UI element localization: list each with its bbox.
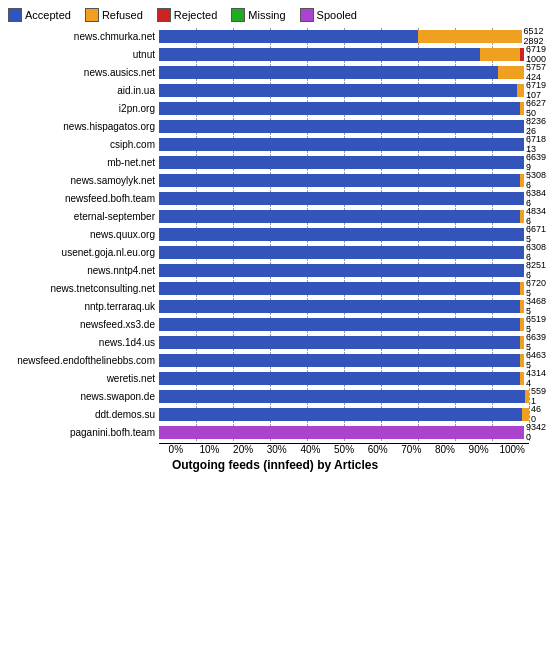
bar-area: 65195	[159, 316, 546, 333]
rejected-color-box	[157, 8, 171, 22]
bar-segment	[159, 66, 498, 79]
bar-segment	[159, 30, 418, 43]
x-axis-tick: 50%	[327, 444, 361, 455]
bar-track: 67205	[159, 282, 546, 295]
bar-track: 34685	[159, 300, 546, 313]
row-label: ddt.demos.su	[4, 409, 159, 420]
bar-segment	[159, 102, 520, 115]
bar-area: 67191000	[159, 46, 546, 63]
table-row: newsfeed.xs3.de65195	[4, 316, 546, 333]
missing-color-box	[231, 8, 245, 22]
bar-area: 48346	[159, 208, 546, 225]
bar-track: 82516	[159, 264, 546, 277]
bar-track: 63846	[159, 192, 546, 205]
bar-segment	[159, 336, 520, 349]
bar-segment	[159, 210, 520, 223]
bar-area: 662750	[159, 100, 546, 117]
bar-segment	[159, 282, 520, 295]
legend-refused-label: Refused	[102, 9, 143, 21]
row-label: news.ausics.net	[4, 67, 159, 78]
bar-track: 5591	[159, 390, 546, 403]
row-label: usenet.goja.nl.eu.org	[4, 247, 159, 258]
legend-missing: Missing	[231, 8, 285, 22]
bar-area: 66715	[159, 226, 546, 243]
legend: Accepted Refused Rejected Missing Spoole…	[4, 8, 546, 22]
x-axis-tick: 100%	[495, 444, 529, 455]
bar-area: 64635	[159, 352, 546, 369]
table-row: newsfeed.bofh.team63846	[4, 190, 546, 207]
row-label: news.hispagatos.org	[4, 121, 159, 132]
table-row: news.hispagatos.org823626	[4, 118, 546, 135]
bar-segment	[159, 408, 522, 421]
bar-segment	[159, 390, 525, 403]
x-axis-tick: 30%	[260, 444, 294, 455]
bar-track: 67191000	[159, 48, 546, 61]
bar-segment	[159, 318, 520, 331]
bar-segment	[418, 30, 522, 43]
row-label: aid.in.ua	[4, 85, 159, 96]
bar-track: 460	[159, 408, 546, 421]
row-label: nntp.terraraq.uk	[4, 301, 159, 312]
bar-track: 6719107	[159, 84, 546, 97]
bar-area: 43144	[159, 370, 546, 387]
table-row: ddt.demos.su460	[4, 406, 546, 423]
bar-track: 93420	[159, 426, 546, 439]
legend-missing-label: Missing	[248, 9, 285, 21]
bar-area: 66399	[159, 154, 546, 171]
row-label: paganini.bofh.team	[4, 427, 159, 438]
bar-area: 460	[159, 406, 546, 423]
bar-track: 64635	[159, 354, 546, 367]
bar-area: 67205	[159, 280, 546, 297]
table-row: utnut67191000	[4, 46, 546, 63]
row-label: news.quux.org	[4, 229, 159, 240]
legend-rejected: Rejected	[157, 8, 217, 22]
accepted-color-box	[8, 8, 22, 22]
bar-segment	[159, 228, 524, 241]
bar-segment	[159, 372, 520, 385]
bar-area: 66395	[159, 334, 546, 351]
row-label: newsfeed.xs3.de	[4, 319, 159, 330]
x-axis-tick: 90%	[462, 444, 496, 455]
table-row: aid.in.ua6719107	[4, 82, 546, 99]
bar-segment	[520, 282, 524, 295]
table-row: news.swapon.de5591	[4, 388, 546, 405]
bar-segment	[520, 354, 524, 367]
x-axis-tick: 60%	[361, 444, 395, 455]
bar-segment	[159, 48, 480, 61]
bar-segment	[159, 426, 524, 439]
table-row: nntp.terraraq.uk34685	[4, 298, 546, 315]
x-axis: 0%10%20%30%40%50%60%70%80%90%100%	[159, 443, 529, 455]
bar-segment	[159, 264, 524, 277]
chart-container: Accepted Refused Rejected Missing Spoole…	[0, 0, 550, 655]
table-row: news.1d4.us66395	[4, 334, 546, 351]
table-row: csiph.com671813	[4, 136, 546, 153]
bar-area: 82516	[159, 262, 546, 279]
row-label: newsfeed.endofthelinebbs.com	[4, 355, 159, 366]
bar-numbers: 93420	[526, 423, 546, 443]
bars-container: news.chmurka.net65122892utnut67191000new…	[4, 28, 546, 441]
table-row: i2pn.org662750	[4, 100, 546, 117]
bar-track: 65122892	[159, 30, 546, 43]
bar-segment	[159, 192, 524, 205]
bar-area: 63846	[159, 190, 546, 207]
bar-segment	[159, 354, 520, 367]
bar-segment	[159, 84, 517, 97]
x-axis-tick: 70%	[394, 444, 428, 455]
table-row: news.samoylyk.net53086	[4, 172, 546, 189]
bar-segment	[520, 48, 524, 61]
legend-spooled: Spooled	[300, 8, 357, 22]
row-label: news.1d4.us	[4, 337, 159, 348]
bar-area: 93420	[159, 424, 546, 441]
bar-segment	[159, 300, 520, 313]
bar-track: 43144	[159, 372, 546, 385]
table-row: news.tnetconsulting.net67205	[4, 280, 546, 297]
bar-segment	[517, 84, 524, 97]
bar-segment	[520, 372, 524, 385]
bar-segment	[525, 390, 529, 403]
bar-track: 65195	[159, 318, 546, 331]
row-label: csiph.com	[4, 139, 159, 150]
refused-color-box	[85, 8, 99, 22]
row-label: news.samoylyk.net	[4, 175, 159, 186]
bar-segment	[520, 336, 524, 349]
bar-track: 66399	[159, 156, 546, 169]
